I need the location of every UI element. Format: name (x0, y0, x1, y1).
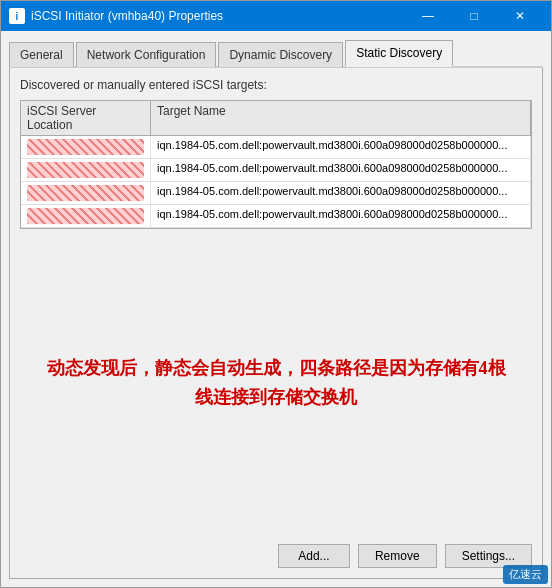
cell-target-0: iqn.1984-05.com.dell:powervault.md3800i.… (151, 136, 531, 158)
tab-content-static-discovery: Discovered or manually entered iSCSI tar… (9, 68, 543, 579)
tab-general[interactable]: General (9, 42, 74, 67)
table-row[interactable]: iqn.1984-05.com.dell:powervault.md3800i.… (21, 136, 531, 159)
server-redacted-0 (27, 139, 144, 155)
column-header-server: iSCSI Server Location (21, 101, 151, 135)
close-button[interactable]: ✕ (497, 1, 543, 31)
tab-static-discovery[interactable]: Static Discovery (345, 40, 453, 67)
cell-target-3: iqn.1984-05.com.dell:powervault.md3800i.… (151, 205, 531, 227)
targets-table: iSCSI Server Location Target Name iqn.19… (20, 100, 532, 229)
tab-network-configuration[interactable]: Network Configuration (76, 42, 217, 67)
main-window: i iSCSI Initiator (vmhba40) Properties —… (0, 0, 552, 588)
maximize-button[interactable]: □ (451, 1, 497, 31)
table-header: iSCSI Server Location Target Name (21, 101, 531, 136)
window-title: iSCSI Initiator (vmhba40) Properties (31, 9, 223, 23)
table-row[interactable]: iqn.1984-05.com.dell:powervault.md3800i.… (21, 205, 531, 228)
cell-target-2: iqn.1984-05.com.dell:powervault.md3800i.… (151, 182, 531, 204)
tab-bar: General Network Configuration Dynamic Di… (9, 39, 543, 68)
cell-server-0 (21, 136, 151, 158)
cell-server-3 (21, 205, 151, 227)
cell-server-2 (21, 182, 151, 204)
annotation-area: 动态发现后，静态会自动生成，四条路径是因为存储有4根线连接到存储交换机 (20, 229, 532, 536)
table-row[interactable]: iqn.1984-05.com.dell:powervault.md3800i.… (21, 182, 531, 205)
description-text: Discovered or manually entered iSCSI tar… (20, 78, 532, 92)
watermark: 亿速云 (503, 565, 548, 584)
app-icon: i (9, 8, 25, 24)
server-redacted-1 (27, 162, 144, 178)
content-area: General Network Configuration Dynamic Di… (1, 31, 551, 587)
button-bar: Add... Remove Settings... (20, 536, 532, 568)
server-redacted-3 (27, 208, 144, 224)
minimize-button[interactable]: — (405, 1, 451, 31)
remove-button[interactable]: Remove (358, 544, 437, 568)
table-row[interactable]: iqn.1984-05.com.dell:powervault.md3800i.… (21, 159, 531, 182)
title-bar: i iSCSI Initiator (vmhba40) Properties —… (1, 1, 551, 31)
add-button[interactable]: Add... (278, 544, 350, 568)
annotation-text: 动态发现后，静态会自动生成，四条路径是因为存储有4根线连接到存储交换机 (40, 354, 512, 412)
column-header-target: Target Name (151, 101, 531, 135)
server-redacted-2 (27, 185, 144, 201)
title-bar-left: i iSCSI Initiator (vmhba40) Properties (9, 8, 223, 24)
tab-dynamic-discovery[interactable]: Dynamic Discovery (218, 42, 343, 67)
cell-target-1: iqn.1984-05.com.dell:powervault.md3800i.… (151, 159, 531, 181)
window-controls: — □ ✕ (405, 1, 543, 31)
cell-server-1 (21, 159, 151, 181)
